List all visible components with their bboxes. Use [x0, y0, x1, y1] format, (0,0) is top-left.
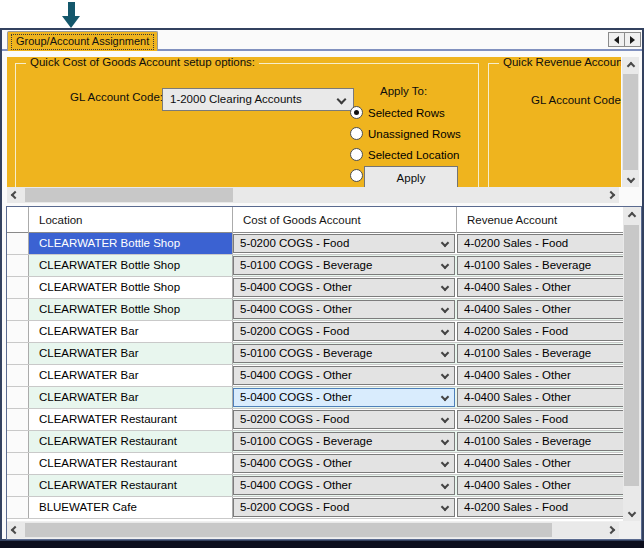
right-triangle-icon — [630, 36, 635, 44]
column-header-location[interactable]: Location — [29, 207, 233, 233]
table-row: CLEARWATER Bar5-0200 COGS - Food4-0200 S… — [7, 321, 623, 343]
radio-unassigned-rows[interactable]: Unassigned Rows — [350, 123, 480, 144]
row-selector-cell[interactable] — [7, 321, 29, 342]
cogs-account-dropdown[interactable]: 5-0400 COGS - Other — [233, 388, 455, 407]
radio-label: Selected Location — [368, 149, 459, 161]
row-selector-cell[interactable] — [7, 475, 29, 496]
scroll-down-button[interactable] — [623, 504, 640, 521]
revenue-account-dropdown[interactable]: 4-0100 Sales - Beverage — [457, 344, 623, 363]
vertical-scroll-thumb[interactable] — [624, 225, 639, 486]
location-cell[interactable]: CLEARWATER Restaurant — [29, 453, 233, 474]
radio-selected-location[interactable]: Selected Location — [350, 144, 480, 165]
location-cell[interactable]: CLEARWATER Bottle Shop — [29, 277, 233, 298]
scroll-up-button[interactable] — [623, 207, 640, 224]
scroll-up-button[interactable] — [622, 57, 639, 74]
cogs-account-dropdown[interactable]: 5-0400 COGS - Other — [233, 278, 455, 297]
location-cell[interactable]: CLEARWATER Bottle Shop — [29, 233, 233, 254]
revenue-account-dropdown[interactable]: 4-0100 Sales - Beverage — [457, 256, 623, 275]
table-row: BLUEWATER Cafe5-0200 COGS - Food4-0200 S… — [7, 497, 623, 519]
apply-button[interactable]: Apply — [364, 166, 458, 187]
cogs-account-dropdown[interactable]: 5-0200 COGS - Food — [233, 234, 455, 253]
horizontal-scroll-thumb[interactable] — [25, 188, 233, 202]
row-selector-cell[interactable] — [7, 453, 29, 474]
row-selector-header[interactable] — [7, 207, 29, 233]
cogs-account-dropdown[interactable]: 5-0200 COGS - Food — [233, 322, 455, 341]
revenue-account-dropdown[interactable]: 4-0200 Sales - Food — [457, 234, 623, 253]
grid-vertical-scrollbar[interactable] — [623, 207, 640, 521]
vertical-scroll-thumb[interactable] — [623, 74, 638, 170]
radio-unselected-icon — [350, 127, 363, 140]
revenue-account-dropdown[interactable]: 4-0400 Sales - Other — [457, 454, 623, 473]
chevron-down-icon — [441, 283, 449, 291]
cogs-account-dropdown[interactable]: 5-0400 COGS - Other — [233, 476, 455, 495]
location-cell[interactable]: CLEARWATER Bar — [29, 365, 233, 386]
row-selector-cell[interactable] — [7, 277, 29, 298]
column-header-revenue[interactable]: Revenue Account — [457, 207, 623, 233]
revenue-account-value: 4-0100 Sales - Beverage — [464, 435, 591, 447]
location-cell[interactable]: CLEARWATER Restaurant — [29, 431, 233, 452]
cogs-account-dropdown[interactable]: 5-0400 COGS - Other — [233, 454, 455, 473]
revenue-account-dropdown[interactable]: 4-0400 Sales - Other — [457, 476, 623, 495]
revenue-groupbox-title: Quick Revenue Account s — [499, 57, 621, 68]
revenue-account-dropdown[interactable]: 4-0200 Sales - Food — [457, 322, 623, 341]
chevron-right-icon — [607, 191, 615, 199]
cogs-account-dropdown[interactable]: 5-0100 COGS - Beverage — [233, 344, 455, 363]
panel-vertical-scrollbar[interactable] — [622, 57, 639, 187]
scroll-left-button[interactable] — [7, 187, 23, 203]
location-cell[interactable]: CLEARWATER Bar — [29, 343, 233, 364]
row-selector-cell[interactable] — [7, 255, 29, 276]
scroll-left-button[interactable] — [7, 522, 23, 538]
revenue-account-value: 4-0200 Sales - Food — [464, 501, 568, 513]
arrow-head — [62, 16, 80, 28]
revenue-account-dropdown[interactable]: 4-0400 Sales - Other — [457, 366, 623, 385]
cogs-account-dropdown[interactable]: 5-0200 COGS - Food — [233, 410, 455, 429]
revenue-account-dropdown[interactable]: 4-0400 Sales - Other — [457, 278, 623, 297]
row-selector-cell[interactable] — [7, 365, 29, 386]
cogs-account-dropdown[interactable]: 5-0100 COGS - Beverage — [233, 432, 455, 451]
bottom-dark-strip — [0, 541, 644, 548]
revenue-account-dropdown[interactable]: 4-0400 Sales - Other — [457, 388, 623, 407]
radio-label: Unassigned Rows — [368, 128, 461, 140]
tab-group-account-assignment[interactable]: Group/Account Assignment — [7, 31, 158, 51]
scroll-right-button[interactable] — [603, 522, 619, 538]
radio-selected-rows[interactable]: Selected Rows — [350, 102, 480, 123]
scroll-right-button[interactable] — [603, 187, 619, 203]
row-selector-cell[interactable] — [7, 409, 29, 430]
cogs-account-value: 5-0400 COGS - Other — [240, 391, 352, 403]
cogs-account-dropdown[interactable]: 5-0100 COGS - Beverage — [233, 256, 455, 275]
revenue-account-dropdown[interactable]: 4-0400 Sales - Other — [457, 300, 623, 319]
chevron-down-icon — [441, 349, 449, 357]
tab-scroll-left-button[interactable] — [608, 32, 625, 47]
chevron-up-icon — [627, 211, 635, 219]
panel-horizontal-scrollbar[interactable] — [7, 187, 619, 203]
column-header-cogs[interactable]: Cost of Goods Account — [233, 207, 457, 233]
location-cell[interactable]: CLEARWATER Bar — [29, 387, 233, 408]
location-cell[interactable]: CLEARWATER Restaurant — [29, 409, 233, 430]
grid-horizontal-scrollbar[interactable] — [7, 522, 619, 538]
grid-viewport: Location Cost of Goods Account Revenue A… — [7, 207, 623, 521]
revenue-account-dropdown[interactable]: 4-0200 Sales - Food — [457, 410, 623, 429]
group-account-assignment-window: Group/Account Assignment Quick Cost of G… — [0, 28, 644, 541]
row-selector-cell[interactable] — [7, 387, 29, 408]
revenue-account-dropdown[interactable]: 4-0200 Sales - Food — [457, 498, 623, 517]
row-selector-cell[interactable] — [7, 233, 29, 254]
row-selector-cell[interactable] — [7, 299, 29, 320]
cogs-account-dropdown[interactable]: 5-0200 COGS - Food — [233, 498, 455, 517]
horizontal-scroll-thumb[interactable] — [25, 523, 552, 537]
location-cell[interactable]: CLEARWATER Bottle Shop — [29, 255, 233, 276]
revenue-account-dropdown[interactable]: 4-0100 Sales - Beverage — [457, 432, 623, 451]
location-cell[interactable]: BLUEWATER Cafe — [29, 497, 233, 518]
scroll-down-button[interactable] — [622, 170, 639, 187]
cogs-account-dropdown[interactable]: 5-0400 COGS - Other — [233, 366, 455, 385]
chevron-left-icon — [11, 191, 19, 199]
location-cell[interactable]: CLEARWATER Restaurant — [29, 475, 233, 496]
cogs-account-dropdown[interactable]: 5-0400 COGS - Other — [233, 300, 455, 319]
row-selector-cell[interactable] — [7, 431, 29, 452]
row-selector-cell[interactable] — [7, 343, 29, 364]
row-selector-cell[interactable] — [7, 497, 29, 518]
location-cell[interactable]: CLEARWATER Bottle Shop — [29, 299, 233, 320]
chevron-down-icon — [627, 508, 635, 516]
gl-account-code-select[interactable]: 1-2000 Clearing Accounts — [162, 88, 354, 111]
tab-scroll-right-button[interactable] — [624, 32, 641, 47]
location-cell[interactable]: CLEARWATER Bar — [29, 321, 233, 342]
